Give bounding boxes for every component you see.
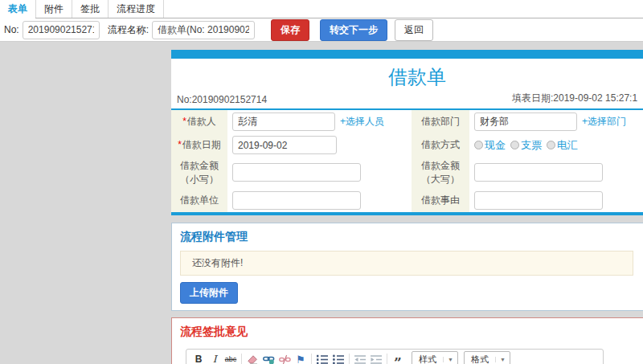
link-button[interactable] <box>260 351 276 364</box>
rich-text-editor: B I abc ⚑ <box>186 349 604 364</box>
reason-label: 借款事由 <box>412 189 469 212</box>
style-dropdown-label: 样式 <box>412 354 443 364</box>
radio-circle-icon <box>547 141 555 149</box>
attachments-title: 流程附件管理 <box>180 230 643 244</box>
date-label: *借款日期 <box>171 133 227 157</box>
format-dropdown-label: 格式 <box>465 354 495 364</box>
outdent-button[interactable] <box>352 351 368 364</box>
loan-form-panel: 借款单 No:20190902152714 填表日期:2019-09-02 15… <box>171 50 643 215</box>
amount-small-field[interactable] <box>232 163 361 182</box>
form-number: No:20190902152714 <box>177 94 267 105</box>
dept-label: 借款部门 <box>412 110 469 133</box>
save-button[interactable]: 保存 <box>271 19 309 41</box>
dept-field[interactable] <box>474 112 577 131</box>
form-bottom-bar <box>171 212 643 215</box>
radio-check[interactable]: 支票 <box>510 138 542 153</box>
approval-title: 流程签批意见 <box>180 325 643 339</box>
amount-big-field[interactable] <box>474 163 603 182</box>
form-fill-date: 填表日期:2019-09-02 15:27:1 <box>512 92 637 105</box>
radio-cash[interactable]: 现金 <box>474 138 506 153</box>
indent-button[interactable] <box>368 351 384 364</box>
radio-circle-icon <box>510 141 519 149</box>
numbered-list-icon <box>317 354 328 364</box>
bulleted-list-button[interactable] <box>330 351 346 364</box>
radio-circle-icon <box>474 141 483 149</box>
tab-attachments[interactable]: 附件 <box>36 0 72 18</box>
format-dropdown[interactable]: 格式 ▼ <box>464 351 510 364</box>
link-icon <box>263 354 275 364</box>
chevron-down-icon: ▼ <box>443 357 457 362</box>
tab-progress[interactable]: 流程进度 <box>109 0 164 18</box>
flag-icon: ⚑ <box>296 354 305 364</box>
toolbar-separator <box>349 354 350 364</box>
required-mark: * <box>182 115 186 129</box>
toolbar-separator <box>241 354 242 364</box>
numbered-list-button[interactable] <box>314 351 330 364</box>
radio-wire[interactable]: 电汇 <box>547 138 578 153</box>
tab-approval[interactable]: 签批 <box>72 0 109 18</box>
blockquote-button[interactable]: ” <box>390 351 406 364</box>
flow-name-input[interactable] <box>152 21 255 39</box>
form-grid: *借款人 +选择人员 借款部门 +选择部门 *借款日期 借款方式 现金 支票 电… <box>171 110 643 212</box>
borrow-date-field[interactable] <box>232 136 337 154</box>
required-mark: * <box>178 138 182 152</box>
italic-button[interactable]: I <box>207 351 223 364</box>
indent-icon <box>371 354 382 364</box>
attachments-panel: 流程附件管理 还没有附件! 上传附件 <box>171 223 643 311</box>
main-content: 借款单 No:20190902152714 填表日期:2019-09-02 15… <box>171 50 643 364</box>
bold-button[interactable]: B <box>190 351 207 364</box>
remove-format-button[interactable] <box>244 351 260 364</box>
bold-icon: B <box>195 354 203 364</box>
strikethrough-icon: abc <box>225 355 237 363</box>
borrow-method-radios: 现金 支票 电汇 <box>474 138 583 153</box>
action-toolbar: No: 流程名称: 保存 转交下一步 返回 <box>0 18 643 42</box>
no-input[interactable] <box>23 21 100 39</box>
upload-attachment-button[interactable]: 上传附件 <box>180 282 238 304</box>
no-label: No: <box>4 24 19 35</box>
outdent-icon <box>354 354 366 364</box>
anchor-flag-button[interactable]: ⚑ <box>293 351 309 364</box>
borrower-label: *借款人 <box>171 110 227 133</box>
borrower-field[interactable] <box>232 112 335 131</box>
select-dept-link[interactable]: +选择部门 <box>582 115 626 129</box>
unit-label: 借款单位 <box>171 189 227 212</box>
form-top-bar <box>171 50 643 59</box>
unlink-button[interactable] <box>276 351 293 364</box>
select-person-link[interactable]: +选择人员 <box>340 115 384 129</box>
borrow-unit-field[interactable] <box>232 191 361 210</box>
blockquote-icon: ” <box>394 353 402 364</box>
amount-small-label: 借款金额（小写） <box>171 157 227 189</box>
italic-icon: I <box>213 354 217 364</box>
editor-toolbar: B I abc ⚑ <box>186 350 603 364</box>
tab-bar: 表单 附件 签批 流程进度 <box>0 0 643 18</box>
page-title: 借款单 <box>171 59 643 92</box>
borrow-reason-field[interactable] <box>474 191 603 210</box>
chevron-down-icon: ▼ <box>495 357 510 362</box>
style-dropdown[interactable]: 样式 ▼ <box>412 351 458 364</box>
tab-form[interactable]: 表单 <box>0 0 36 18</box>
bulleted-list-icon <box>333 354 344 364</box>
form-meta-row: No:20190902152714 填表日期:2019-09-02 15:27:… <box>171 92 643 108</box>
unlink-icon <box>279 354 291 364</box>
method-label: 借款方式 <box>412 133 469 157</box>
strikethrough-button[interactable]: abc <box>223 351 239 364</box>
flow-name-label: 流程名称: <box>108 23 149 37</box>
amount-big-label: 借款金额（大写） <box>412 157 469 189</box>
toolbar-separator <box>311 354 312 364</box>
back-button[interactable]: 返回 <box>395 19 433 41</box>
eraser-icon <box>248 354 258 364</box>
no-attachments-notice: 还没有附件! <box>180 251 633 276</box>
approval-panel: 流程签批意见 B I abc ⚑ <box>171 317 643 364</box>
top-header: 表单 附件 签批 流程进度 No: 流程名称: 保存 转交下一步 返回 <box>0 0 643 42</box>
next-step-button[interactable]: 转交下一步 <box>320 19 387 41</box>
toolbar-separator <box>387 354 387 364</box>
